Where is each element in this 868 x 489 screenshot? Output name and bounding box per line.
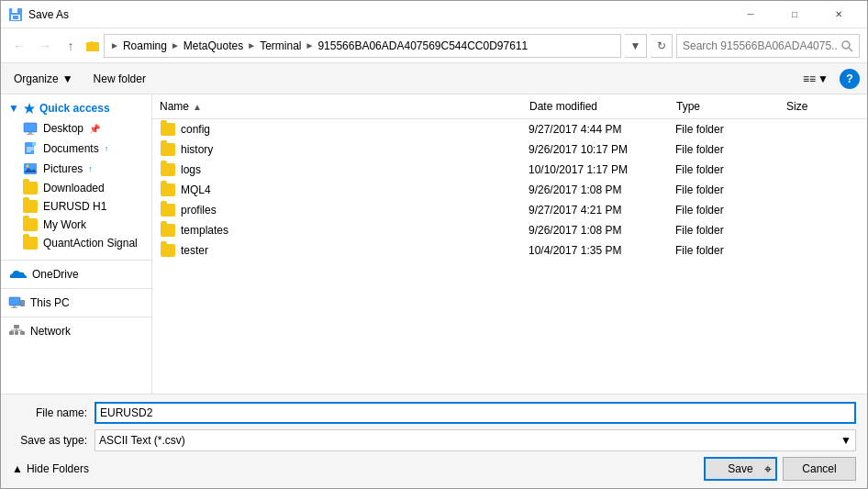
forward-button[interactable]: → (34, 35, 56, 57)
col-header-date: Date modified (529, 100, 676, 113)
filetype-row: Save as type: ASCII Text (*.csv) ▼ (12, 429, 856, 451)
search-input[interactable] (683, 39, 837, 52)
file-date-cell: 9/26/2017 1:08 PM (529, 224, 675, 237)
sidebar-item-documents[interactable]: Documents ↑ (1, 139, 151, 159)
title-bar: Save As ─ □ ✕ (1, 1, 867, 28)
sidebar-divider-2 (1, 288, 151, 289)
sidebar-item-thispc[interactable]: This PC (1, 293, 151, 313)
file-list-header: Name ▲ Date modified Type Size (152, 94, 867, 119)
breadcrumb-terminal[interactable]: Terminal (260, 39, 301, 52)
sidebar-item-network[interactable]: Network (1, 321, 151, 341)
hide-folders-button[interactable]: ▲ Hide Folders (12, 462, 89, 475)
quick-access-section: ▼ Quick access (1, 94, 151, 256)
svg-rect-1 (12, 8, 17, 13)
filetype-dropdown-icon: ▼ (840, 434, 851, 447)
file-name-text: templates (181, 224, 228, 237)
quick-access-label: Quick access (39, 102, 110, 115)
folder-icon-downloaded (23, 182, 38, 194)
pin-icon-pictures: ↑ (88, 164, 93, 173)
file-date-cell: 10/4/2017 1:35 PM (529, 244, 675, 257)
onedrive-icon (8, 267, 27, 282)
new-folder-button[interactable]: New folder (86, 71, 153, 87)
table-row[interactable]: history 9/26/2017 10:17 PM File folder (152, 139, 867, 160)
col-size-label[interactable]: Size (786, 98, 807, 115)
file-type-cell: File folder (675, 123, 785, 136)
file-name-cell: templates (161, 224, 529, 237)
filename-input[interactable] (95, 402, 856, 424)
folder-icon-row-2 (161, 163, 175, 176)
refresh-button[interactable]: ↻ (651, 34, 673, 58)
folder-icon-row-6 (161, 244, 175, 257)
svg-point-5 (842, 41, 850, 49)
sidebar-item-pictures[interactable]: Pictures ↑ (1, 159, 151, 179)
table-row[interactable]: MQL4 9/26/2017 1:08 PM File folder (152, 180, 867, 200)
search-icon (840, 39, 853, 52)
svg-rect-10 (28, 132, 32, 134)
svg-rect-29 (15, 331, 18, 335)
sidebar-item-eurusd[interactable]: EURUSD H1 (1, 197, 151, 216)
svg-rect-18 (24, 163, 37, 174)
table-row[interactable]: profiles 9/27/2017 4:21 PM File folder (152, 200, 867, 220)
title-bar-left: Save As (8, 7, 69, 22)
quick-access-header[interactable]: ▼ Quick access (1, 98, 151, 118)
table-row[interactable]: templates 9/26/2017 1:08 PM File folder (152, 220, 867, 240)
desktop-icon (23, 121, 38, 136)
file-name-cell: logs (161, 163, 529, 176)
breadcrumb-dropdown-button[interactable]: ▼ (625, 34, 647, 58)
sidebar-item-mywork[interactable]: My Work (1, 216, 151, 234)
save-icon (8, 7, 23, 22)
col-type-label[interactable]: Type (676, 98, 700, 115)
sidebar-item-desktop[interactable]: Desktop 📌 (1, 118, 151, 139)
breadcrumb-id[interactable]: 915566BA06ADA407569C544CC0D97611 (317, 39, 528, 52)
col-date-label[interactable]: Date modified (529, 98, 597, 115)
file-name-text: tester (181, 244, 208, 257)
breadcrumb-roaming[interactable]: Roaming (123, 39, 167, 52)
sidebar-label-pictures: Pictures (43, 162, 83, 175)
maximize-button[interactable]: □ (773, 1, 816, 28)
table-row[interactable]: logs 10/10/2017 1:17 PM File folder (152, 160, 867, 180)
view-button[interactable]: ≡≡ ▼ (799, 71, 832, 87)
file-name-text: config (181, 123, 210, 136)
sidebar-item-onedrive[interactable]: OneDrive (1, 264, 151, 284)
sort-arrow-icon: ▲ (193, 102, 202, 112)
svg-marker-7 (24, 103, 35, 114)
cursor-icon: ⌖ (764, 461, 772, 477)
hide-folders-label: Hide Folders (27, 462, 89, 475)
minimize-button[interactable]: ─ (729, 1, 772, 28)
save-button[interactable]: Save ⌖ (704, 457, 777, 481)
folder-icon-row-5 (161, 224, 175, 237)
sidebar: ▼ Quick access (1, 94, 152, 394)
svg-rect-11 (27, 134, 34, 135)
help-button[interactable]: ? (840, 69, 860, 89)
breadcrumb-metaquotes[interactable]: MetaQuotes (184, 39, 243, 52)
thispc-icon (8, 295, 25, 310)
organize-button[interactable]: Organize ▼ (8, 71, 79, 87)
sidebar-item-downloaded[interactable]: Downloaded (1, 179, 151, 197)
svg-rect-26 (21, 301, 24, 305)
file-type-cell: File folder (675, 244, 785, 257)
filename-label: File name: (12, 406, 95, 419)
folder-icon-mywork (23, 218, 38, 231)
sidebar-divider-1 (1, 260, 151, 261)
file-name-cell: MQL4 (161, 183, 529, 196)
folder-icon-row-0 (161, 123, 175, 136)
filetype-select[interactable]: ASCII Text (*.csv) ▼ (95, 429, 856, 451)
svg-rect-23 (13, 306, 16, 307)
table-row[interactable]: config 9/27/2017 4:44 PM File folder (152, 119, 867, 139)
sidebar-item-quantaction[interactable]: QuantAction Signal (1, 234, 151, 252)
back-button[interactable]: ← (8, 35, 30, 57)
cancel-button[interactable]: Cancel (783, 457, 856, 481)
file-date-cell: 9/26/2017 1:08 PM (529, 183, 675, 196)
table-row[interactable]: tester 10/4/2017 1:35 PM File folder (152, 240, 867, 261)
organize-dropdown-icon: ▼ (62, 72, 73, 85)
toolbar: ← → ↑ ► Roaming ► MetaQuotes ► Terminal … (1, 28, 867, 63)
folder-icon-row-3 (161, 183, 175, 196)
file-type-cell: File folder (675, 204, 785, 217)
file-type-cell: File folder (675, 183, 785, 196)
col-header-size: Size (786, 100, 860, 113)
up-button[interactable]: ↑ (60, 35, 82, 57)
file-name-text: MQL4 (181, 183, 211, 196)
col-header-name: Name ▲ (160, 98, 529, 115)
close-button[interactable]: ✕ (818, 1, 860, 28)
col-name-label[interactable]: Name (160, 98, 189, 115)
